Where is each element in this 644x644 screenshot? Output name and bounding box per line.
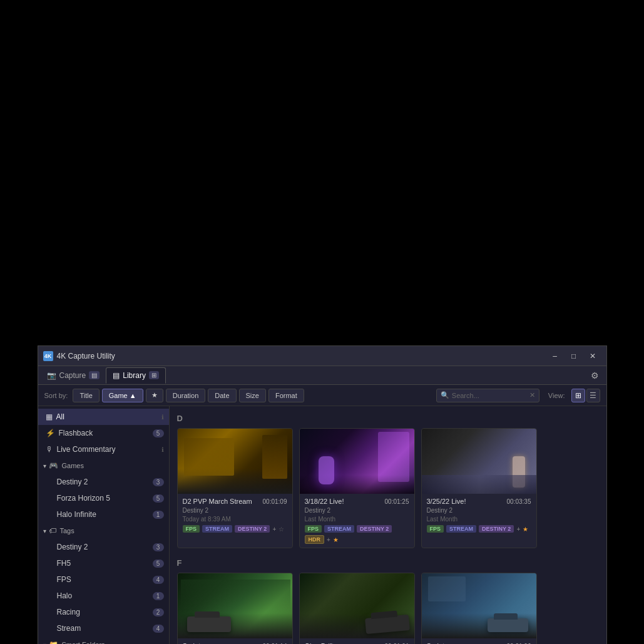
list-view-button[interactable]: ☰: [586, 389, 600, 402]
video-title-d2pvp: D2 PVP March Stream: [183, 498, 260, 505]
search-input[interactable]: [452, 392, 527, 399]
sidebar-item-tag-fps[interactable]: FPS 4: [38, 571, 169, 588]
sort-size-button[interactable]: Size: [239, 389, 266, 402]
video-date-d2pvp: Today at 8:39 AM: [183, 516, 287, 523]
grid-view-button[interactable]: ⊞: [571, 389, 585, 402]
sidebar-item-tag-stream[interactable]: Stream 4: [38, 620, 169, 636]
all-icon: ▦: [46, 412, 53, 421]
tab-capture-label: Capture: [59, 371, 86, 380]
maximize-button[interactable]: □: [565, 350, 583, 362]
thumbnail-giga-drift: [300, 573, 415, 638]
tags-section-header[interactable]: ▾ 🏷 Tags: [38, 523, 169, 539]
sidebar-item-tag-fps-label: FPS: [57, 575, 153, 584]
section-f-header: F: [177, 558, 599, 568]
video-date-1822: Last Month: [305, 516, 409, 523]
tab-capture[interactable]: 📷 Capture ▤: [41, 367, 106, 384]
video-title-row-d2pvp: D2 PVP March Stream 00:01:09: [183, 498, 287, 505]
flashback-icon: ⚡: [46, 429, 55, 437]
sort-title-button[interactable]: Title: [73, 389, 99, 402]
video-card-1822[interactable]: 3/18/22 Live! 00:01:25 Destiny 2 Last Mo…: [299, 428, 415, 548]
thumb-car-top-giga: [371, 611, 397, 620]
tag-destiny2-1822: Destiny 2: [357, 525, 392, 533]
search-clear-icon[interactable]: ✕: [529, 391, 535, 399]
video-card-3252[interactable]: 3/25/22 Live! 00:03:35 Destiny 2 Last Mo…: [421, 428, 537, 548]
library-icon: ▤: [113, 371, 120, 380]
video-card-d2pvp[interactable]: D2 PVP March Stream 00:01:09 Destiny 2 T…: [177, 428, 293, 548]
smart-folders-label: Smart Folders: [62, 641, 105, 644]
sort-star-button[interactable]: ★: [146, 389, 163, 402]
video-tags-d2pvp: FPS Stream Destiny 2 + ☆: [183, 525, 287, 533]
sidebar-item-halo-count: 1: [153, 511, 164, 519]
thumbnail-sprints2: [422, 573, 537, 638]
settings-button[interactable]: ⚙: [586, 367, 604, 384]
sidebar-item-flashback[interactable]: ⚡ Flashback 5: [38, 425, 169, 441]
tag-stream-d2pvp: Stream: [202, 525, 232, 533]
thumb-character-1822: [378, 432, 409, 482]
tag-hdr-1822: HDR: [305, 535, 325, 544]
sidebar-item-tag-fh5[interactable]: FH5 5: [38, 555, 169, 571]
star-icon-1822[interactable]: ★: [333, 536, 339, 543]
games-section-header[interactable]: ▾ 🎮 Games: [38, 457, 169, 474]
video-info-sprints2: Sprints 00:01:06 Forza Horizon 5: [422, 638, 536, 644]
section-d-header: D: [177, 414, 599, 423]
sidebar-item-live-commentary-label: Live Commentary: [57, 445, 159, 454]
video-info-d2pvp: D2 PVP March Stream 00:01:09 Destiny 2 T…: [178, 494, 292, 536]
sidebar-item-halo[interactable]: Halo Infinite 1: [38, 506, 169, 523]
tab-library[interactable]: ▤ Library ⊞: [106, 367, 166, 384]
app-icon: 4K: [43, 351, 53, 361]
add-tag-icon-d2pvp[interactable]: +: [272, 526, 276, 533]
sidebar-item-forza[interactable]: Forza Horizon 5 5: [38, 490, 169, 506]
video-card-sprints2[interactable]: Sprints 00:01:06 Forza Horizon 5: [421, 573, 537, 644]
tag-stream-3252: Stream: [446, 525, 476, 533]
capture-badge: ▤: [89, 371, 100, 379]
sidebar: ▦ All ℹ ⚡ Flashback 5 🎙 Live Commentary …: [38, 406, 170, 644]
tab-bar: 📷 Capture ▤ ▤ Library ⊞ ⚙: [38, 366, 606, 385]
star-icon-d2pvp[interactable]: ☆: [279, 526, 284, 533]
section-f-grid: Sprints 00:01:14 Forza Horizon 5: [177, 573, 599, 644]
title-bar: 4K 4K Capture Utility – □ ✕: [38, 346, 606, 366]
minimize-button[interactable]: –: [546, 350, 564, 362]
tags-chevron-icon: ▾: [43, 528, 46, 534]
video-duration-3252: 00:03:35: [507, 498, 531, 505]
video-tags-1822: FPS Stream Destiny 2 HDR + ★: [305, 525, 409, 544]
video-card-giga-drift[interactable]: Giga Drift 00:01:01 Forza Horizon 5: [299, 573, 415, 644]
view-label: View:: [548, 392, 565, 399]
sort-date-button[interactable]: Date: [208, 389, 236, 402]
sidebar-item-flashback-label: Flashback: [59, 429, 153, 437]
sidebar-item-tag-fps-count: 4: [153, 576, 164, 584]
tag-destiny2-d2pvp: Destiny 2: [235, 525, 270, 533]
video-title-1822: 3/18/22 Live!: [305, 498, 382, 505]
sidebar-item-tag-destiny2[interactable]: Destiny 2 3: [38, 539, 169, 555]
games-label: Games: [62, 462, 84, 469]
sort-format-button[interactable]: Format: [268, 389, 304, 402]
smart-folders-section-header[interactable]: ▾ 📁 Smart Folders: [38, 636, 169, 644]
sidebar-item-destiny2[interactable]: Destiny 2 3: [38, 474, 169, 490]
video-date-3252: Last Month: [427, 516, 531, 523]
main-content: ▦ All ℹ ⚡ Flashback 5 🎙 Live Commentary …: [38, 406, 606, 644]
sidebar-item-tag-racing[interactable]: Racing 2: [38, 604, 169, 620]
sidebar-item-tag-halo[interactable]: Halo 1: [38, 588, 169, 604]
live-commentary-icon: 🎙: [46, 445, 53, 454]
tag-destiny2-3252: Destiny 2: [479, 525, 514, 533]
sidebar-item-live-commentary[interactable]: 🎙 Live Commentary ℹ: [38, 441, 169, 457]
sidebar-item-forza-count: 5: [153, 494, 164, 503]
sidebar-item-all-info: ℹ: [161, 414, 164, 421]
close-button[interactable]: ✕: [584, 350, 601, 362]
tags-icon: 🏷: [49, 526, 56, 535]
thumb-ground-3252: [422, 475, 537, 494]
add-tag-icon-3252[interactable]: +: [516, 526, 520, 533]
video-card-sprints[interactable]: Sprints 00:01:14 Forza Horizon 5: [177, 573, 293, 644]
library-badge: ⊞: [149, 371, 159, 379]
star-icon-3252[interactable]: ★: [523, 526, 528, 533]
add-tag-icon-1822[interactable]: +: [327, 536, 330, 543]
sort-duration-button[interactable]: Duration: [166, 389, 206, 402]
sidebar-item-forza-label: Forza Horizon 5: [57, 494, 153, 503]
sidebar-item-destiny2-label: Destiny 2: [57, 478, 153, 486]
tag-fps-d2pvp: FPS: [183, 525, 200, 533]
sidebar-item-destiny2-count: 3: [153, 478, 164, 486]
sort-game-button[interactable]: Game ▲: [102, 389, 143, 402]
section-d-grid: D2 PVP March Stream 00:01:09 Destiny 2 T…: [177, 428, 599, 548]
video-info-sprints: Sprints 00:01:14 Forza Horizon 5: [178, 638, 292, 644]
sidebar-item-all[interactable]: ▦ All ℹ: [38, 409, 169, 425]
view-controls: ⊞ ☰: [571, 389, 600, 402]
